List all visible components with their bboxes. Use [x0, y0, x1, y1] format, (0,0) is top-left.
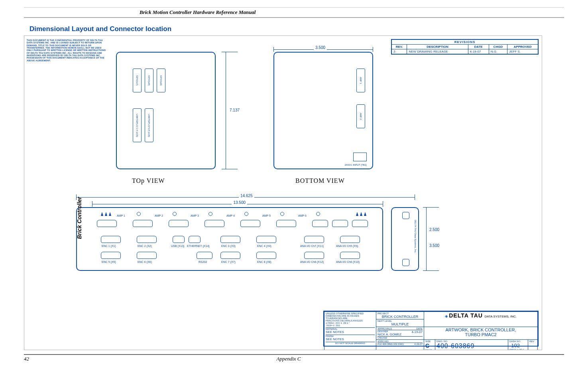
title-block: UNLESS OTHERWISE SPECIFIED DIMENSIONS AR…	[323, 311, 539, 347]
appendix-label: Appendix C	[276, 356, 301, 362]
engineering-drawing: THIS DOCUMENT IS THE CONFIDENTIAL PROPER…	[24, 35, 542, 350]
bottom-view-label: BOTTOM VIEW	[295, 177, 345, 184]
dim-vertical: 7.137	[222, 52, 238, 169]
revision-row: 2- NEW DRAWING RELEASE 4-19-07 N.G. JEFF…	[392, 49, 538, 54]
page-footer: 42 Appendix C	[24, 355, 564, 362]
power-port	[353, 153, 367, 161]
top-view-label: TOp VIEW	[132, 177, 165, 184]
page-number: 42	[24, 356, 29, 362]
power-port-label: 24VDC INPUT (TB1)	[344, 164, 367, 166]
confidentiality-notice: THIS DOCUMENT IS THE CONFIDENTIAL PROPER…	[27, 39, 106, 62]
front-brand-label: Brick Controller	[76, 197, 83, 239]
dim-front-inner: 13.500	[92, 201, 383, 207]
dim-width: 3.500	[273, 47, 373, 52]
revisions-table: REVISIONS REV. DESCRIPTION DATE CHGD APP…	[391, 39, 539, 55]
front-right-outline: DELTA TAU Data Systems, Inc.	[391, 207, 419, 271]
dim-front-height: 2.500 3.500	[423, 207, 439, 271]
section-heading: Dimensional Layout and Connector locatio…	[29, 25, 564, 33]
front-view-outline: Brick Controller AMP 1 AMP 2 AMP 3 AMP 4…	[76, 207, 383, 271]
bottom-view-outline: AMP 1 AMP 2 24VDC INPUT (TB1)	[273, 52, 373, 169]
top-view-outline: GPIO(x7) GPIO(x8) GPIO(x9) LIMITS/PLS 1-…	[116, 52, 216, 169]
doc-title: Brick Motion Controller Hardware Referen…	[140, 9, 564, 16]
dim-front-outer: 14.625	[76, 194, 415, 200]
